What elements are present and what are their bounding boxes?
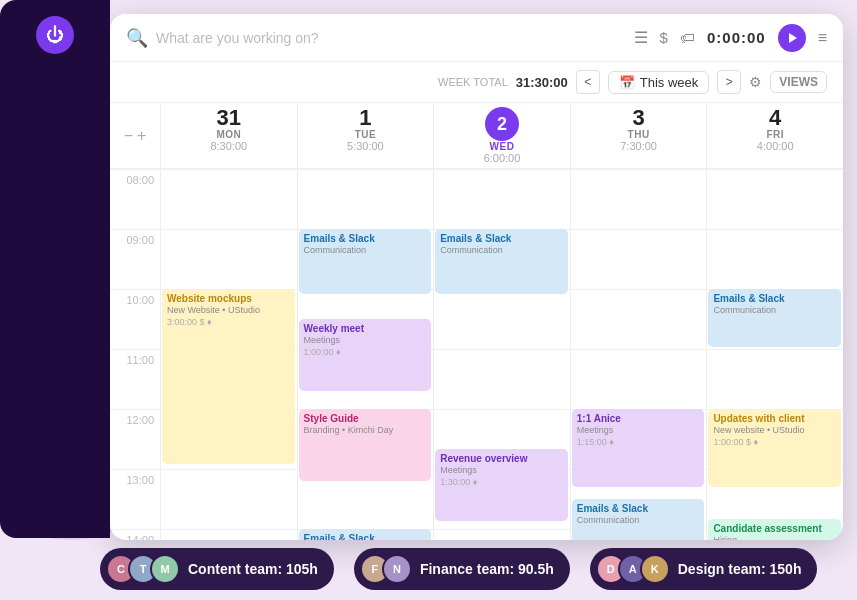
day-num-fri: 4 <box>713 107 837 129</box>
day-headers: − + 31 MON 8:30:00 1 TUE 5:30:00 2 WED 6… <box>110 103 843 169</box>
day-cell-fri-11:00[interactable] <box>706 349 843 409</box>
app-logo[interactable] <box>36 16 74 54</box>
day-num-tue: 1 <box>304 107 428 129</box>
time-label: 12:00 <box>110 409 160 469</box>
finance-team-label: Finance team: 90.5h <box>420 561 554 577</box>
app-window: 🔍 What are you working on? ☰ $ 🏷 0:00:00… <box>110 14 843 540</box>
views-button[interactable]: VIEWS <box>770 71 827 93</box>
time-label: 11:00 <box>110 349 160 409</box>
design-team-avatars: D A K <box>596 554 670 584</box>
tag-icon[interactable]: 🏷 <box>680 29 695 46</box>
event-block[interactable]: Style GuideBranding • Kimchi Day <box>299 409 432 481</box>
event-block[interactable]: Emails & SlackCommunication <box>708 289 841 347</box>
time-gutter-header: − + <box>110 103 160 168</box>
day-cell-thu-11:00[interactable] <box>570 349 707 409</box>
day-name-fri: FRI <box>713 129 837 140</box>
finance-team-pill[interactable]: F N Finance team: 90.5h <box>354 548 570 590</box>
next-week-button[interactable]: > <box>717 70 741 94</box>
day-cell-tue-08:00[interactable] <box>297 169 434 229</box>
search-icon: 🔍 <box>126 27 148 49</box>
event-block[interactable]: Weekly meetMeetings1:00:00 ♦ <box>299 319 432 391</box>
day-total-wed: 6:00:00 <box>440 152 564 164</box>
header-icons: ☰ $ 🏷 0:00:00 ≡ <box>634 24 827 52</box>
play-button[interactable] <box>778 24 806 52</box>
design-team-pill[interactable]: D A K Design team: 150h <box>590 548 818 590</box>
content-team-pill[interactable]: C T M Content team: 105h <box>100 548 334 590</box>
finance-team-avatars: F N <box>360 554 412 584</box>
sidebar <box>0 0 110 538</box>
search-input[interactable]: What are you working on? <box>156 30 634 46</box>
day-name-thu: THU <box>577 129 701 140</box>
plus-icon[interactable]: + <box>137 127 146 145</box>
day-name-tue: TUE <box>304 129 428 140</box>
event-block[interactable]: Revenue overviewMeetings1:30:00 ♦ <box>435 449 568 521</box>
minus-icon[interactable]: − <box>124 127 133 145</box>
event-block[interactable]: Candidate assessmentHiring1:00:00 ♦ <box>708 519 841 540</box>
time-label: 08:00 <box>110 169 160 229</box>
header: 🔍 What are you working on? ☰ $ 🏷 0:00:00… <box>110 14 843 62</box>
time-label: 13:00 <box>110 469 160 529</box>
time-label: 09:00 <box>110 229 160 289</box>
toolbar: WEEK TOTAL 31:30:00 < 📅 This week > ⚙ VI… <box>110 62 843 103</box>
this-week-label: This week <box>640 75 699 90</box>
content-team-avatars: C T M <box>106 554 180 584</box>
event-block[interactable]: Emails & SlackCommunication <box>435 229 568 294</box>
day-total-fri: 4:00:00 <box>713 140 837 152</box>
prev-week-button[interactable]: < <box>576 70 600 94</box>
time-label: 10:00 <box>110 289 160 349</box>
calendar-icon: 📅 <box>619 75 635 90</box>
day-total-tue: 5:30:00 <box>304 140 428 152</box>
day-header-tue: 1 TUE 5:30:00 <box>297 103 434 168</box>
day-num-mon: 31 <box>167 107 291 129</box>
menu-icon[interactable]: ≡ <box>818 29 827 47</box>
week-total-value: 31:30:00 <box>516 75 568 90</box>
design-team-label: Design team: 150h <box>678 561 802 577</box>
event-block[interactable]: Updates with clientNew website • UStudio… <box>708 409 841 487</box>
day-cell-fri-09:00[interactable] <box>706 229 843 289</box>
event-block[interactable]: Website mockupsNew Website • UStudio3:00… <box>162 289 295 464</box>
day-header-mon: 31 MON 8:30:00 <box>160 103 297 168</box>
content-team-label: Content team: 105h <box>188 561 318 577</box>
event-block[interactable]: 1:1 AniceMeetings1:15:00 ♦ <box>572 409 705 487</box>
day-num-wed: 2 <box>485 107 519 141</box>
dollar-icon[interactable]: $ <box>660 29 668 46</box>
day-total-mon: 8:30:00 <box>167 140 291 152</box>
avatar: K <box>640 554 670 584</box>
day-cell-wed-10:00[interactable] <box>433 289 570 349</box>
day-header-fri: 4 FRI 4:00:00 <box>706 103 843 168</box>
day-cell-mon-08:00[interactable] <box>160 169 297 229</box>
calendar: − + 31 MON 8:30:00 1 TUE 5:30:00 2 WED 6… <box>110 103 843 540</box>
day-num-thu: 3 <box>577 107 701 129</box>
week-total-label: WEEK TOTAL <box>438 76 508 88</box>
settings-icon[interactable]: ⚙ <box>749 74 762 90</box>
day-name-mon: MON <box>167 129 291 140</box>
time-grid: 08:0009:0010:0011:0012:0013:0014:00Websi… <box>110 169 843 540</box>
timer-display: 0:00:00 <box>707 29 766 46</box>
day-cell-thu-08:00[interactable] <box>570 169 707 229</box>
avatar: M <box>150 554 180 584</box>
day-header-wed: 2 WED 6:00:00 <box>433 103 570 168</box>
list-icon[interactable]: ☰ <box>634 28 648 47</box>
day-cell-wed-11:00[interactable] <box>433 349 570 409</box>
day-name-wed: WED <box>440 141 564 152</box>
teams-bar: C T M Content team: 105h F N Finance tea… <box>0 538 857 600</box>
day-total-thu: 7:30:00 <box>577 140 701 152</box>
day-cell-mon-13:00[interactable] <box>160 469 297 529</box>
day-cell-fri-08:00[interactable] <box>706 169 843 229</box>
day-cell-mon-09:00[interactable] <box>160 229 297 289</box>
event-block[interactable]: Emails & SlackCommunication <box>299 229 432 294</box>
event-block[interactable]: Emails & SlackCommunication <box>572 499 705 540</box>
day-cell-thu-10:00[interactable] <box>570 289 707 349</box>
day-cell-thu-09:00[interactable] <box>570 229 707 289</box>
day-cell-wed-08:00[interactable] <box>433 169 570 229</box>
avatar: N <box>382 554 412 584</box>
day-header-thu: 3 THU 7:30:00 <box>570 103 707 168</box>
this-week-button[interactable]: 📅 This week <box>608 71 710 94</box>
